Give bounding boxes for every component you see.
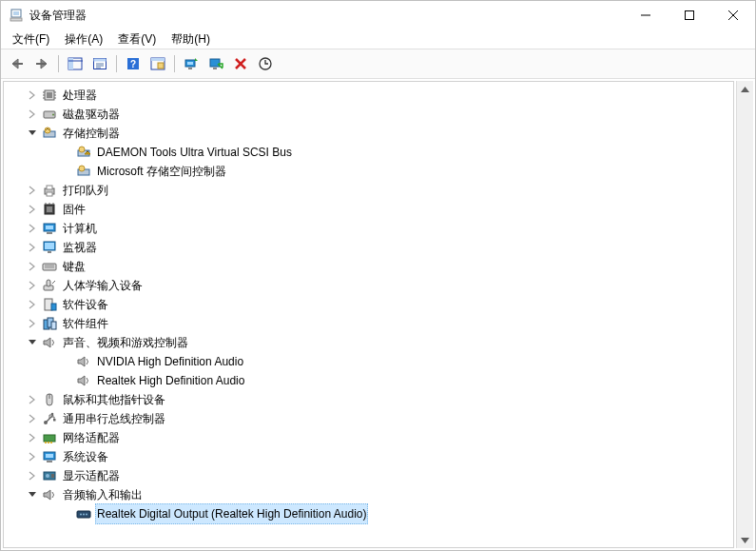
tree-node-label: Realtek High Definition Audio <box>95 371 246 390</box>
update-driver-button[interactable] <box>180 52 203 75</box>
vertical-scrollbar[interactable] <box>736 81 753 548</box>
tree-node-software-components[interactable]: 软件组件 <box>6 314 733 333</box>
svg-rect-78 <box>45 442 47 443</box>
chevron-right-icon[interactable] <box>25 468 40 483</box>
help-button[interactable]: ? <box>122 52 145 75</box>
toolbar-window-icon[interactable] <box>146 52 169 75</box>
app-icon <box>9 8 24 23</box>
storage-controller-icon <box>76 164 91 179</box>
tree-node-sound-video-game[interactable]: 声音、视频和游戏控制器 <box>6 333 733 352</box>
device-tree[interactable]: 处理器 磁盘驱动器 存储控制器 ! DAEMON Tools Ultra Vir… <box>3 81 734 548</box>
svg-rect-24 <box>188 68 192 69</box>
svg-rect-10 <box>68 58 73 69</box>
menu-view[interactable]: 查看(V) <box>110 30 164 49</box>
svg-point-90 <box>86 514 87 516</box>
disable-device-button[interactable] <box>204 52 227 75</box>
speaker-icon <box>76 373 91 388</box>
toolbar-separator <box>58 55 59 72</box>
chevron-right-icon[interactable] <box>25 411 40 426</box>
svg-rect-86 <box>51 474 54 478</box>
chevron-right-icon[interactable] <box>25 316 40 331</box>
tree-node-print-queues[interactable]: 打印队列 <box>6 181 733 200</box>
tree-node-firmware[interactable]: 固件 <box>6 200 733 219</box>
tree-node-nvidia-audio[interactable]: NVIDIA High Definition Audio <box>6 352 733 371</box>
chevron-right-icon[interactable] <box>25 392 40 407</box>
tree-node-label: 音频输入和输出 <box>61 485 145 504</box>
titlebar: 设备管理器 <box>1 1 755 30</box>
mouse-icon <box>42 392 57 407</box>
svg-rect-13 <box>94 59 107 62</box>
forward-button[interactable] <box>30 52 53 75</box>
tree-node-label: 系统设备 <box>61 447 110 466</box>
scroll-up-arrow[interactable] <box>737 81 753 97</box>
tree-node-realtek-audio[interactable]: Realtek High Definition Audio <box>6 371 733 390</box>
show-hide-console-tree-button[interactable] <box>64 52 87 75</box>
svg-rect-48 <box>47 186 52 189</box>
tree-area: 处理器 磁盘驱动器 存储控制器 ! DAEMON Tools Ultra Vir… <box>1 79 755 550</box>
tree-node-hid[interactable]: 人体学输入设备 <box>6 276 733 295</box>
tree-node-network-adapters[interactable]: 网络适配器 <box>6 428 733 447</box>
chevron-down-icon[interactable] <box>25 335 40 350</box>
properties-button[interactable] <box>88 52 111 75</box>
chevron-right-icon[interactable] <box>25 240 40 255</box>
tree-node-software-devices[interactable]: 软件设备 <box>6 295 733 314</box>
chevron-right-icon[interactable] <box>25 449 40 464</box>
tree-node-label: 人体学输入设备 <box>61 276 145 295</box>
chevron-right-icon[interactable] <box>25 202 40 217</box>
maximize-button[interactable] <box>668 1 711 30</box>
svg-point-89 <box>83 514 85 516</box>
software-component-icon <box>42 316 57 331</box>
svg-rect-26 <box>213 68 217 69</box>
tree-node-storage-controllers[interactable]: 存储控制器 <box>6 124 733 143</box>
chevron-down-icon[interactable] <box>25 487 40 502</box>
hid-icon <box>42 278 57 293</box>
uninstall-device-button[interactable] <box>229 52 252 75</box>
chevron-right-icon[interactable] <box>25 278 40 293</box>
chevron-right-icon[interactable] <box>25 107 40 122</box>
svg-rect-49 <box>47 192 52 196</box>
back-button[interactable] <box>6 52 29 75</box>
chevron-down-icon[interactable] <box>25 126 40 141</box>
tree-node-ms-storage-spaces[interactable]: Microsoft 存储空间控制器 <box>6 162 733 181</box>
chevron-right-icon[interactable] <box>25 183 40 198</box>
scan-hardware-button[interactable] <box>254 52 277 75</box>
processor-icon <box>42 88 57 103</box>
tree-node-daemon-tools[interactable]: ! DAEMON Tools Ultra Virtual SCSI Bus <box>6 143 733 162</box>
scroll-down-arrow[interactable] <box>737 532 753 548</box>
tree-node-monitors[interactable]: 监视器 <box>6 238 733 257</box>
tree-node-realtek-digital-output[interactable]: Realtek Digital Output (Realtek High Def… <box>6 504 733 523</box>
tree-node-computer[interactable]: 计算机 <box>6 219 733 238</box>
tree-node-display-adapters[interactable]: 显示适配器 <box>6 466 733 485</box>
menu-file[interactable]: 文件(F) <box>5 30 57 49</box>
svg-rect-51 <box>47 207 52 212</box>
chevron-right-icon[interactable] <box>25 88 40 103</box>
minimize-button[interactable] <box>624 1 668 30</box>
system-device-icon <box>42 449 57 464</box>
tree-node-label: 监视器 <box>61 238 99 257</box>
tree-node-label: 固件 <box>61 200 87 219</box>
tree-node-usb[interactable]: 通用串行总线控制器 <box>6 409 733 428</box>
chevron-right-icon[interactable] <box>25 221 40 236</box>
tree-node-keyboards[interactable]: 键盘 <box>6 257 733 276</box>
svg-point-85 <box>46 474 49 478</box>
chevron-right-icon[interactable] <box>25 297 40 312</box>
close-button[interactable] <box>711 1 755 30</box>
usb-icon <box>42 411 57 426</box>
tree-node-mice[interactable]: 鼠标和其他指针设备 <box>6 390 733 409</box>
tree-node-system-devices[interactable]: 系统设备 <box>6 447 733 466</box>
menu-help[interactable]: 帮助(H) <box>164 30 218 49</box>
tree-node-audio-io[interactable]: 音频输入和输出 <box>6 485 733 504</box>
svg-rect-21 <box>158 63 164 69</box>
svg-text:?: ? <box>130 59 136 69</box>
tree-node-disk-drives[interactable]: 磁盘驱动器 <box>6 105 733 124</box>
computer-icon <box>42 221 57 236</box>
tree-node-processors[interactable]: 处理器 <box>6 86 733 105</box>
svg-rect-77 <box>44 435 55 442</box>
chevron-right-icon[interactable] <box>25 430 40 445</box>
tree-node-label: 显示适配器 <box>61 466 122 485</box>
svg-point-75 <box>51 413 54 416</box>
storage-controller-icon: ! <box>76 145 91 160</box>
chevron-right-icon[interactable] <box>25 259 40 274</box>
menu-action[interactable]: 操作(A) <box>57 30 110 49</box>
svg-rect-60 <box>48 251 51 253</box>
